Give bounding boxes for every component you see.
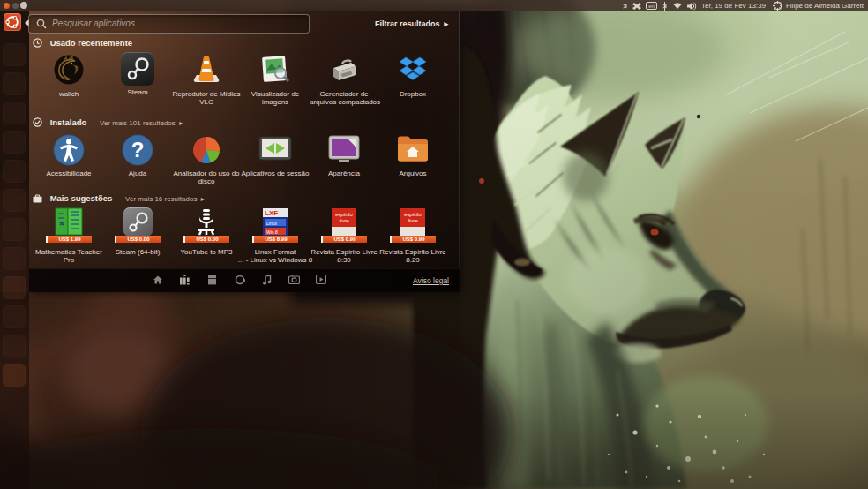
- svg-text:en: en: [648, 4, 655, 9]
- svg-text:?: ?: [131, 138, 145, 162]
- svg-text:espírito: espírito: [335, 212, 353, 217]
- svg-text:espírito: espírito: [404, 212, 422, 217]
- svg-text:LXF: LXF: [265, 209, 278, 217]
- svg-text:livre: livre: [408, 218, 418, 223]
- svg-text:Linux: Linux: [266, 221, 277, 226]
- svg-text:livre: livre: [339, 218, 349, 223]
- svg-text:Win 8: Win 8: [266, 229, 278, 235]
